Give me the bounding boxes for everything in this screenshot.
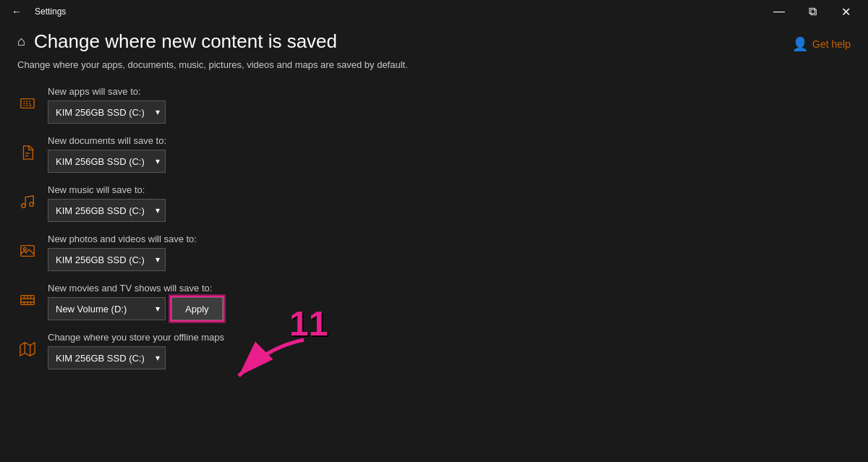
setting-row-photos: New photos and videos will save to:KIM 2… — [17, 234, 851, 271]
svg-point-12 — [22, 203, 26, 208]
photos-icon — [17, 243, 38, 262]
setting-row-documents: New documents will save to:KIM 256GB SSD… — [17, 135, 851, 173]
photos-content: New photos and videos will save to:KIM 2… — [48, 234, 197, 271]
apps-label: New apps will save to: — [48, 86, 166, 97]
photos-drive-select[interactable]: KIM 256GB SSD (C:)New Volume (D:) — [48, 248, 166, 271]
apps-icon — [17, 95, 38, 115]
setting-row-apps: New apps will save to:KIM 256GB SSD (C:)… — [17, 86, 851, 124]
apps-drive-select[interactable]: KIM 256GB SSD (C:)New Volume (D:) — [48, 100, 166, 124]
music-drive-select[interactable]: KIM 256GB SSD (C:)New Volume (D:) — [48, 199, 166, 222]
get-help-icon: 👤 — [792, 36, 808, 52]
header-row: ⌂ Change where new content is saved 👤 Ge… — [17, 30, 851, 53]
content-area: ⌂ Change where new content is saved 👤 Ge… — [0, 23, 868, 462]
documents-icon — [17, 145, 38, 164]
title-bar-left: ← Settings — [6, 3, 66, 20]
get-help-section: 👤 Get help — [792, 36, 851, 52]
svg-point-13 — [30, 202, 34, 207]
setting-row-maps: Change where you store your offline maps… — [17, 332, 851, 369]
movies-label: New movies and TV shows will save to: — [48, 283, 223, 294]
documents-label: New documents will save to: — [48, 135, 166, 146]
documents-content: New documents will save to:KIM 256GB SSD… — [48, 135, 166, 173]
settings-container: New apps will save to:KIM 256GB SSD (C:)… — [17, 86, 851, 381]
movies-drive-select[interactable]: KIM 256GB SSD (C:)New Volume (D:) — [48, 297, 166, 320]
svg-point-15 — [24, 247, 27, 250]
setting-row-movies: New movies and TV shows will save to:KIM… — [17, 283, 851, 320]
movies-controls: KIM 256GB SSD (C:)New Volume (D:)Apply — [48, 297, 223, 320]
documents-controls: KIM 256GB SSD (C:)New Volume (D:) — [48, 150, 166, 173]
documents-drive-select[interactable]: KIM 256GB SSD (C:)New Volume (D:) — [48, 150, 166, 173]
maps-controls: KIM 256GB SSD (C:)New Volume (D:) — [48, 346, 224, 369]
movies-apply-button[interactable]: Apply — [171, 297, 223, 320]
page-title: Change where new content is saved — [34, 30, 337, 53]
photos-controls: KIM 256GB SSD (C:)New Volume (D:) — [48, 248, 197, 271]
home-icon: ⌂ — [17, 34, 25, 49]
minimize-button[interactable]: — — [762, 0, 796, 23]
close-button[interactable]: ✕ — [829, 0, 862, 23]
page-title-section: ⌂ Change where new content is saved — [17, 30, 337, 53]
movies-icon — [17, 292, 38, 312]
maximize-button[interactable]: ⧉ — [796, 0, 829, 23]
music-icon — [17, 194, 38, 213]
back-button[interactable]: ← — [6, 3, 27, 20]
title-bar: ← Settings — ⧉ ✕ — [0, 0, 868, 23]
subtitle: Change where your apps, documents, music… — [17, 59, 851, 72]
maps-content: Change where you store your offline maps… — [48, 332, 224, 369]
title-bar-title: Settings — [35, 7, 66, 17]
apps-controls: KIM 256GB SSD (C:)New Volume (D:) — [48, 100, 166, 124]
music-controls: KIM 256GB SSD (C:)New Volume (D:) — [48, 199, 166, 222]
maps-label: Change where you store your offline maps — [48, 332, 224, 343]
get-help-link[interactable]: Get help — [812, 38, 851, 50]
maps-drive-select[interactable]: KIM 256GB SSD (C:)New Volume (D:) — [48, 346, 166, 369]
maps-icon — [17, 341, 38, 361]
apps-content: New apps will save to:KIM 256GB SSD (C:)… — [48, 86, 166, 124]
title-bar-controls: — ⧉ ✕ — [762, 0, 862, 23]
movies-content: New movies and TV shows will save to:KIM… — [48, 283, 223, 320]
photos-label: New photos and videos will save to: — [48, 234, 197, 244]
setting-row-music: New music will save to:KIM 256GB SSD (C:… — [17, 184, 851, 222]
music-content: New music will save to:KIM 256GB SSD (C:… — [48, 184, 166, 222]
music-label: New music will save to: — [48, 184, 166, 195]
